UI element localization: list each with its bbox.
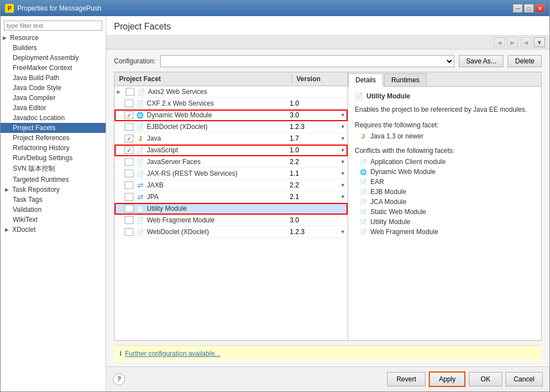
sidebar-item-java-code-style[interactable]: Java Code Style xyxy=(1,83,106,93)
doc-icon: 📄 xyxy=(359,208,367,216)
table-row[interactable]: 📄 EJBDoclet (XDoclet) 1.2.3 ▼ xyxy=(115,121,348,133)
sidebar-item-project-facets[interactable]: Project Facets xyxy=(1,123,106,133)
sidebar-item-label: Builders xyxy=(13,44,37,52)
table-row[interactable]: 📄 CXF 2.x Web Services 1.0 xyxy=(115,98,348,110)
sidebar-item-deployment-assembly[interactable]: Deployment Assembly xyxy=(1,53,106,63)
table-row[interactable]: 📄 Web Fragment Module 3.0 xyxy=(115,215,348,226)
main-content: ▶ Resource Builders Deployment Assembly … xyxy=(1,16,549,391)
further-config-link[interactable]: Further configuration available... xyxy=(125,350,220,358)
delete-button[interactable]: Delete xyxy=(508,55,542,67)
facet-checkbox[interactable] xyxy=(125,181,133,189)
table-row[interactable]: ⇄ JPA 2.1 ▼ xyxy=(115,191,348,203)
facet-checkbox[interactable] xyxy=(126,88,135,96)
dropdown-arrow-icon: ▼ xyxy=(340,182,345,188)
tab-runtimes[interactable]: Runtimes xyxy=(384,73,427,86)
sidebar-item-label: Run/Debug Settings xyxy=(13,154,72,162)
facet-checkbox[interactable] xyxy=(125,135,133,142)
config-select[interactable] xyxy=(160,55,455,67)
table-row[interactable]: ▶ 📄 Axis2 Web Services xyxy=(115,86,348,98)
conflict-item-7: 📄 Web Fragment Module xyxy=(355,227,534,237)
table-row[interactable]: 📄 JavaScript 1.0 ▼ xyxy=(115,145,348,156)
nav-forward-button[interactable]: ▶ xyxy=(507,37,518,47)
facet-version: 2.2 ▼ xyxy=(290,158,345,166)
sidebar-item-label: WikiText xyxy=(13,216,38,224)
apply-button[interactable]: Apply xyxy=(429,371,465,387)
conflict-label: JCA Module xyxy=(370,198,407,206)
sidebar-item-java-build-path[interactable]: Java Build Path xyxy=(1,73,106,83)
requires-label: Java 1.3 or newer xyxy=(370,132,423,140)
sidebar-item-label: Task Repository xyxy=(12,186,60,193)
sidebar-item-task-repository[interactable]: ▶ Task Repository xyxy=(1,185,106,195)
config-label: Configuration: xyxy=(114,57,156,65)
arrow-icon: ▶ xyxy=(3,35,7,41)
sidebar-item-project-references[interactable]: Project References xyxy=(1,133,106,143)
minimize-button[interactable]: ─ xyxy=(513,4,523,13)
facet-icon: 📄 xyxy=(136,122,145,131)
table-row[interactable]: 📄 Utility Module xyxy=(115,203,348,215)
doc-icon: 📄 xyxy=(359,188,367,196)
sidebar-item-svn[interactable]: SVN 版本控制 xyxy=(1,163,106,175)
dropdown-arrow-icon: ▼ xyxy=(340,171,345,176)
facet-checkbox[interactable] xyxy=(125,193,133,201)
arrow-icon: ▶ xyxy=(5,187,9,192)
cancel-button[interactable]: Cancel xyxy=(506,372,543,386)
sidebar-item-freemarker[interactable]: FreeMarker Context xyxy=(1,63,106,73)
panel-title: Project Facets xyxy=(106,16,549,36)
sidebar-item-validation[interactable]: Validation xyxy=(1,205,106,215)
sidebar-item-java-editor[interactable]: Java Editor xyxy=(1,103,106,113)
sidebar-item-run-debug[interactable]: Run/Debug Settings xyxy=(1,153,106,163)
help-button[interactable]: ? xyxy=(113,373,125,385)
sidebar-item-targeted-runtimes[interactable]: Targeted Runtimes xyxy=(1,175,106,185)
facet-checkbox[interactable] xyxy=(125,123,133,131)
sidebar-item-resource[interactable]: ▶ Resource xyxy=(1,33,106,43)
sidebar-item-xdoclet[interactable]: ▶ XDoclet xyxy=(1,225,106,235)
maximize-button[interactable]: □ xyxy=(524,4,534,13)
table-row[interactable]: 📄 JavaServer Faces 2.2 ▼ xyxy=(115,156,348,168)
facet-checkbox[interactable] xyxy=(125,170,133,177)
title-bar: P Properties for MessagePush ─ □ ✕ xyxy=(1,1,549,16)
conflict-item-5: 📄 Static Web Module xyxy=(355,207,534,217)
table-row[interactable]: J Java 1.7 ▼ xyxy=(115,133,348,145)
facet-name: Java xyxy=(147,135,290,142)
revert-button[interactable]: Revert xyxy=(387,372,425,386)
col-version-header: Version xyxy=(292,74,348,84)
save-as-button[interactable]: Save As... xyxy=(459,55,503,67)
facet-checkbox[interactable] xyxy=(125,146,133,154)
table-row[interactable]: ⇄ JAXB 2.2 ▼ xyxy=(115,180,348,191)
sidebar-item-label: Java Build Path xyxy=(13,74,59,82)
filter-input[interactable] xyxy=(4,21,102,31)
facet-checkbox[interactable] xyxy=(125,158,133,166)
facet-checkbox[interactable] xyxy=(125,205,133,212)
sidebar-item-builders[interactable]: Builders xyxy=(1,43,106,53)
dropdown-arrow-icon: ▼ xyxy=(340,229,345,235)
table-row[interactable]: 📄 WebDoclet (XDoclet) 1.2.3 ▼ xyxy=(115,226,348,238)
sidebar-item-task-tags[interactable]: Task Tags xyxy=(1,195,106,205)
sidebar-item-java-compiler[interactable]: Java Compiler xyxy=(1,93,106,103)
facet-checkbox[interactable] xyxy=(125,111,133,119)
facet-checkbox[interactable] xyxy=(125,228,133,236)
nav-back-button[interactable]: ◀ xyxy=(494,37,505,47)
ok-button[interactable]: OK xyxy=(469,372,502,386)
sidebar-item-javadoc[interactable]: Javadoc Location xyxy=(1,113,106,123)
tab-details[interactable]: Details xyxy=(348,73,383,87)
expand-icon: ▶ xyxy=(117,89,125,95)
dialog-title: Properties for MessagePush xyxy=(17,4,101,12)
sidebar-item-label: Java Code Style xyxy=(13,84,61,92)
conflict-label: EAR xyxy=(370,178,384,186)
facet-checkbox[interactable] xyxy=(125,100,133,107)
sidebar-item-refactoring[interactable]: Refactoring History xyxy=(1,143,106,153)
table-row[interactable]: 📄 JAX-RS (REST Web Services) 1.1 ▼ xyxy=(115,168,348,180)
facet-icon: 📄 xyxy=(136,146,145,155)
nav-back2-button[interactable]: ◀ xyxy=(521,37,532,47)
conflict-label: Web Fragment Module xyxy=(370,228,438,236)
sidebar-item-label: Validation xyxy=(13,206,42,214)
requires-section: Requires the following facet: J Java 1.3… xyxy=(355,121,534,141)
close-button[interactable]: ✕ xyxy=(535,4,545,13)
facet-name: JAX-RS (REST Web Services) xyxy=(147,170,290,177)
facet-checkbox[interactable] xyxy=(125,216,133,224)
dropdown-arrow-icon: ▼ xyxy=(340,136,345,141)
nav-dropdown-button[interactable]: ▼ xyxy=(534,37,545,47)
sidebar-item-wikitext[interactable]: WikiText xyxy=(1,215,106,225)
table-row[interactable]: 🌐 Dynamic Web Module 3.0 ▼ xyxy=(115,110,348,121)
info-bar: i Further configuration available... xyxy=(114,345,542,361)
